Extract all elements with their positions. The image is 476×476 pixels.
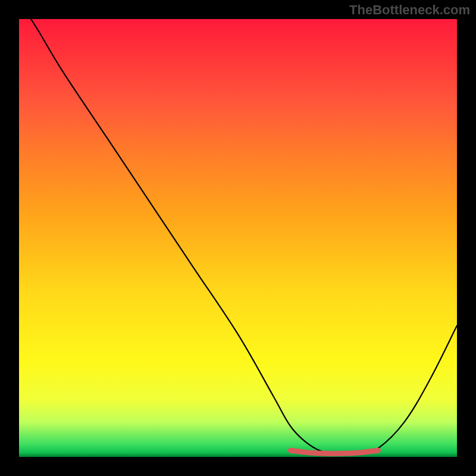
flat-region-marker (290, 450, 378, 453)
watermark-text: TheBottleneck.com (349, 2, 470, 18)
curve-svg (19, 19, 457, 457)
plot-area (19, 19, 457, 457)
bottleneck-curve (19, 19, 457, 453)
chart-container: TheBottleneck.com (0, 0, 476, 476)
